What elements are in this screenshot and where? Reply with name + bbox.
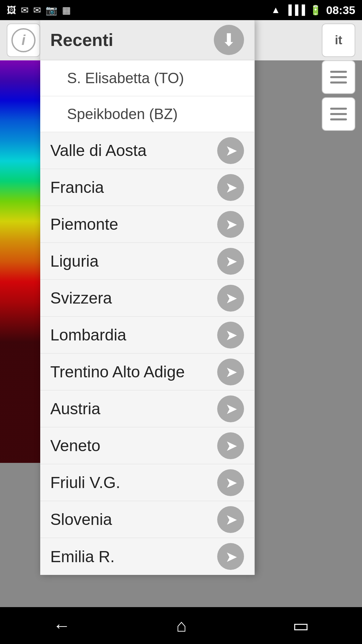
signal-icon: ▐▐▐: [285, 5, 305, 15]
arrow-button-5[interactable]: ➤: [217, 322, 244, 348]
recent-item-2[interactable]: Speikboden (BZ): [40, 96, 254, 132]
barcode-icon: ▦: [62, 5, 71, 16]
email-icon-1: ✉: [21, 5, 28, 16]
list-item-label-3: Liguria: [50, 252, 99, 270]
home-button[interactable]: ⌂: [173, 612, 190, 639]
arrow-button-6[interactable]: ➤: [217, 359, 244, 385]
list-item-piemonte[interactable]: Piemonte ➤: [40, 206, 254, 243]
list-item-label-6: Trentino Alto Adige: [50, 363, 185, 381]
info-icon: i: [11, 28, 36, 52]
list-item-label-8: Veneto: [50, 436, 100, 455]
arrow-button-2[interactable]: ➤: [217, 211, 244, 238]
status-bar-right: ▲ ▐▐▐ 🔋 08:35: [271, 4, 355, 17]
list-item-lombardia[interactable]: Lombardia ➤: [40, 317, 254, 354]
status-bar: 🖼 ✉ ✉ 📷 ▦ ▲ ▐▐▐ 🔋 08:35: [0, 0, 362, 20]
list-item-label-7: Austria: [50, 399, 100, 418]
arrow-right-icon-11: ➤: [225, 548, 238, 565]
battery-icon: 🔋: [310, 5, 321, 16]
back-icon: ←: [53, 615, 70, 636]
right-controls: [322, 60, 355, 131]
hamburger-icon-1: [330, 71, 347, 84]
arrow-right-icon-10: ➤: [225, 511, 238, 528]
arrow-right-icon-0: ➤: [225, 142, 238, 159]
nav-bar: ← ⌂ ▭: [0, 607, 362, 644]
language-button[interactable]: it: [322, 23, 355, 57]
arrow-button-4[interactable]: ➤: [217, 285, 244, 312]
wifi-icon: ▲: [271, 5, 281, 15]
recent-item-label-2: Speikboden (BZ): [67, 106, 178, 122]
arrow-button-11[interactable]: ➤: [217, 543, 244, 570]
hamburger-icon-2: [330, 108, 347, 120]
download-icon: ⬇: [222, 30, 236, 50]
list-item-label-5: Lombardia: [50, 326, 126, 344]
list-item-label-9: Friuli V.G.: [50, 473, 120, 492]
dropdown-title: Recenti: [50, 30, 113, 50]
list-item-label-2: Piemonte: [50, 215, 118, 233]
status-bar-left: 🖼 ✉ ✉ 📷 ▦: [7, 5, 71, 16]
arrow-right-icon-2: ➤: [225, 216, 238, 233]
list-item-svizzera[interactable]: Svizzera ➤: [40, 280, 254, 317]
arrow-button-3[interactable]: ➤: [217, 248, 244, 275]
menu-button-1[interactable]: [322, 60, 355, 94]
email-icon-2: ✉: [33, 5, 41, 16]
photo-icon: 🖼: [7, 5, 16, 16]
arrow-button-7[interactable]: ➤: [217, 395, 244, 422]
back-button[interactable]: ←: [50, 612, 74, 639]
arrow-button-1[interactable]: ➤: [217, 174, 244, 201]
arrow-button-10[interactable]: ➤: [217, 506, 244, 533]
list-item-slovenia[interactable]: Slovenia ➤: [40, 501, 254, 538]
list-item-emilia[interactable]: Emilia R. ➤: [40, 538, 254, 575]
list-item-trentino-alto-adige[interactable]: Trentino Alto Adige ➤: [40, 354, 254, 390]
list-item-francia[interactable]: Francia ➤: [40, 169, 254, 206]
camera-icon: 📷: [46, 5, 57, 16]
list-item-liguria[interactable]: Liguria ➤: [40, 243, 254, 280]
arrow-right-icon-5: ➤: [225, 326, 238, 343]
list-item-label-4: Svizzera: [50, 289, 112, 307]
list-item-label-11: Emilia R.: [50, 547, 115, 566]
list-item-label-10: Slovenia: [50, 510, 112, 529]
home-icon: ⌂: [176, 615, 187, 636]
arrow-button-9[interactable]: ➤: [217, 469, 244, 496]
dropdown-menu: Recenti ⬇ S. Elisabetta (TO) Speikboden …: [40, 20, 255, 575]
dropdown-header: Recenti ⬇: [40, 20, 254, 60]
arrow-right-icon-6: ➤: [225, 363, 238, 380]
list-item-friuli[interactable]: Friuli V.G. ➤: [40, 464, 254, 501]
arrow-right-icon-3: ➤: [225, 253, 238, 270]
arrow-right-icon-1: ➤: [225, 179, 238, 196]
list-item-label-1: Francia: [50, 178, 104, 197]
list-item-austria[interactable]: Austria ➤: [40, 390, 254, 427]
status-time: 08:35: [326, 4, 355, 17]
recent-apps-button[interactable]: ▭: [289, 612, 312, 639]
list-item-label-0: Valle di Aosta: [50, 141, 146, 160]
recent-item-label-1: S. Elisabetta (TO): [67, 70, 184, 86]
download-button[interactable]: ⬇: [214, 25, 244, 55]
arrow-right-icon-9: ➤: [225, 474, 238, 491]
arrow-right-icon-4: ➤: [225, 289, 238, 307]
recent-apps-icon: ▭: [293, 615, 309, 636]
menu-button-2[interactable]: [322, 97, 355, 131]
arrow-right-icon-7: ➤: [225, 400, 238, 417]
arrow-button-0[interactable]: ➤: [217, 137, 244, 164]
arrow-button-8[interactable]: ➤: [217, 432, 244, 459]
arrow-right-icon-8: ➤: [225, 437, 238, 454]
info-button[interactable]: i: [7, 23, 40, 57]
recent-item-1[interactable]: S. Elisabetta (TO): [40, 60, 254, 96]
list-item-valle-di-aosta[interactable]: Valle di Aosta ➤: [40, 132, 254, 169]
list-item-veneto[interactable]: Veneto ➤: [40, 427, 254, 464]
